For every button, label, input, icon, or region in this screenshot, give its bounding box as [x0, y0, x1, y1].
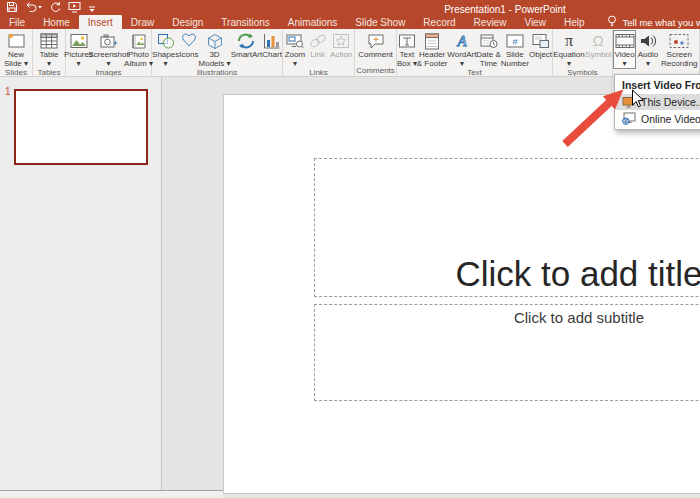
tell-me-text: Tell me what you want to do [622, 17, 700, 28]
photo-album-icon [130, 31, 148, 51]
table-button[interactable]: Table▾ [39, 31, 58, 68]
title-placeholder[interactable]: Click to add title [314, 158, 700, 297]
video-icon [615, 31, 635, 51]
date-time-button[interactable]: Date &Time [476, 31, 500, 68]
video-label: ▾ [623, 60, 627, 69]
menu-item-this-device[interactable]: This Device... [615, 94, 700, 110]
subtitle-placeholder[interactable]: Click to add subtitle [314, 304, 700, 401]
link-label: Link [310, 51, 325, 60]
menu-item-online-videos[interactable]: Online Videos... [615, 110, 700, 127]
object-icon [532, 31, 550, 51]
chart-button[interactable]: Chart [262, 31, 282, 60]
chart-icon [263, 31, 281, 51]
svg-text:A: A [456, 33, 467, 49]
photo-album-label: Album ▾ [124, 60, 153, 69]
screen-recording-button[interactable]: ScreenRecording [661, 31, 697, 68]
tell-me-box[interactable]: Tell me what you want to do [593, 15, 700, 29]
group-label: Slides [0, 68, 32, 76]
pictures-icon [70, 31, 88, 51]
group-label: Illustrations [152, 68, 282, 76]
text-box-icon [398, 31, 416, 51]
table-icon [40, 31, 58, 51]
3d-models-label: Models ▾ [199, 60, 231, 69]
ribbon-group-buttons: Video▾Audio▾ScreenRecording [613, 29, 699, 68]
tab-review[interactable]: Review [465, 15, 516, 29]
icons-button[interactable]: Icons [179, 31, 198, 60]
date-time-label: Time [480, 60, 497, 69]
chart-label: Chart [262, 51, 282, 60]
online-videos-icon [621, 112, 636, 125]
slide-canvas[interactable]: Click to add title Click to add subtitle [223, 94, 700, 494]
ribbon-tabs: FileHomeInsertDrawDesignTransitionsAnima… [0, 15, 700, 29]
header-footer-button[interactable]: Header& Footer [417, 31, 448, 68]
screenshot-button[interactable]: Screenshot▾ [91, 31, 126, 68]
icons-icon [180, 31, 198, 51]
group-label: Images [66, 68, 151, 76]
group-label: Text [397, 68, 552, 76]
comment-label: Comment [358, 51, 393, 60]
comment-icon [367, 31, 385, 51]
ribbon-group-buttons: Zoom▾LinkAction [283, 29, 354, 68]
tab-draw[interactable]: Draw [122, 15, 163, 29]
text-box-button[interactable]: TextBox ▾ [397, 31, 417, 68]
ribbon-group-buttons: Table▾ [33, 29, 65, 68]
ribbon-group-buttons: Comment [355, 29, 396, 66]
photo-album-button[interactable]: PhotoAlbum ▾ [126, 31, 151, 68]
link-icon [309, 31, 327, 51]
zoom-label: ▾ [293, 60, 297, 69]
wordart-icon: A [453, 31, 471, 51]
3d-models-button[interactable]: 3DModels ▾ [199, 31, 231, 68]
subtitle-placeholder-text: Click to add subtitle [514, 309, 644, 326]
tab-insert[interactable]: Insert [79, 15, 122, 29]
window-title: Presentation1 - PowerPoint [444, 4, 566, 15]
equation-icon: π [560, 31, 578, 51]
tab-help[interactable]: Help [555, 15, 594, 29]
svg-text:#: # [512, 37, 517, 47]
zoom-button[interactable]: Zoom▾ [285, 31, 305, 68]
symbol-icon: Ω [589, 31, 607, 51]
shapes-button[interactable]: Shapes▾ [152, 31, 179, 68]
pictures-button[interactable]: Pictures▾ [66, 31, 91, 68]
audio-button[interactable]: Audio▾ [638, 31, 658, 68]
tab-design[interactable]: Design [163, 15, 212, 29]
smartart-icon [237, 31, 255, 51]
group-label: Symbols [553, 68, 612, 76]
slide-thumbnail-panel: 1 [0, 77, 162, 490]
wordart-button[interactable]: AWordArt▾ [447, 31, 476, 68]
slide-thumbnail[interactable] [14, 89, 148, 165]
tab-record[interactable]: Record [414, 15, 464, 29]
new-slide-button[interactable]: NewSlide ▾ [4, 31, 28, 68]
audio-icon [639, 31, 657, 51]
tab-home[interactable]: Home [34, 15, 79, 29]
slide-number-button[interactable]: #SlideNumber [501, 31, 529, 68]
video-button[interactable]: Video▾ [614, 31, 634, 68]
title-placeholder-text: Click to add title [455, 256, 700, 296]
action-button: Action [330, 31, 352, 60]
symbol-label: Symbol [585, 51, 612, 60]
ribbon-group-buttons: Pictures▾Screenshot▾PhotoAlbum ▾ [66, 29, 151, 68]
ribbon-group-slides: NewSlide ▾Slides [0, 29, 33, 76]
action-label: Action [330, 51, 352, 60]
tab-slide-show[interactable]: Slide Show [346, 15, 414, 29]
ribbon-group-links: Zoom▾LinkActionLinks [283, 29, 355, 76]
screen-recording-label: Recording [661, 60, 697, 69]
menu-item-label: This Device... [641, 96, 700, 108]
pictures-label: ▾ [76, 60, 80, 69]
editing-canvas: Click to add title Click to add subtitle [162, 77, 700, 498]
ribbon-group-buttons: πEquation▾ΩSymbol [553, 29, 612, 68]
screen-recording-icon [669, 31, 689, 51]
object-button[interactable]: Object [529, 31, 552, 60]
tab-file[interactable]: File [0, 15, 34, 29]
table-label: ▾ [47, 60, 51, 69]
tab-transitions[interactable]: Transitions [212, 15, 279, 29]
tab-animations[interactable]: Animations [279, 15, 346, 29]
wordart-label: ▾ [460, 60, 464, 69]
smartart-button[interactable]: SmartArt [231, 31, 263, 60]
comment-button[interactable]: Comment [358, 31, 393, 60]
header-footer-icon [424, 31, 440, 51]
screenshot-label: ▾ [106, 60, 110, 69]
ribbon-group-illustrations: Shapes▾Icons3DModels ▾SmartArtChartIllus… [152, 29, 283, 76]
slide-number-label: 1 [5, 86, 11, 97]
tab-view[interactable]: View [515, 15, 555, 29]
equation-button[interactable]: πEquation▾ [553, 31, 585, 68]
